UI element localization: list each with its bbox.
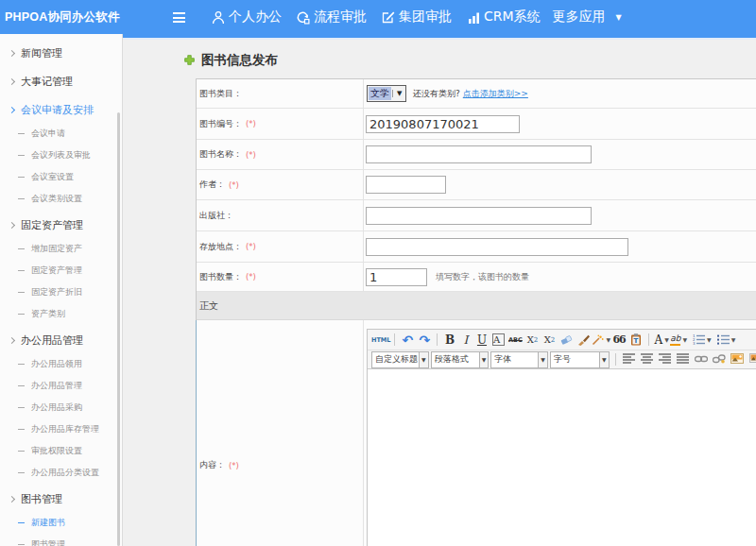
- book-name-input[interactable]: [366, 145, 592, 163]
- form-row-code: 图书编号：(*): [197, 109, 756, 140]
- superscript-button[interactable]: X2: [524, 332, 541, 349]
- caret-down-icon: ▼: [682, 336, 687, 343]
- bg-color-button[interactable]: ab▼: [670, 332, 687, 349]
- sidebar-group-office-supplies[interactable]: 办公用品管理: [0, 327, 122, 353]
- sidebar-group-fixed-assets[interactable]: 固定资产管理: [0, 212, 122, 238]
- sidebar-item-meeting-list[interactable]: 会议列表及审批: [0, 145, 122, 166]
- insert-image-icon[interactable]: [730, 353, 744, 366]
- editor-toolbar-row2: 自定义标题▼ 段落格式▼ 字体▼ 字号▼: [368, 350, 756, 369]
- ordered-list-button[interactable]: 123 ▼: [693, 332, 712, 349]
- row-label: 存放地点：(*): [197, 231, 364, 262]
- toolbar-separator: [615, 353, 616, 366]
- editor-content-area[interactable]: [368, 369, 756, 546]
- select-caret-icon: ▼: [392, 90, 405, 97]
- sidebar-item-label: 新建图书: [31, 517, 65, 529]
- chevron-right-icon: [9, 49, 15, 56]
- sidebar-item-new-book[interactable]: 新建图书: [0, 512, 122, 534]
- caret-down-icon: ▼: [538, 352, 547, 367]
- align-justify-icon[interactable]: [677, 353, 689, 366]
- paragraph-format-dropdown[interactable]: 段落格式▼: [431, 351, 490, 368]
- user-icon: [212, 10, 225, 25]
- form-row-quantity: 图书数量：(*) 填写数字，该图书的数量: [197, 263, 756, 292]
- sidebar-item-supplies-manage[interactable]: 办公用品管理: [0, 375, 122, 397]
- row-label: 出版社：: [197, 200, 364, 230]
- nav-personal-office[interactable]: 个人办公: [212, 0, 282, 34]
- sidebar-item-meeting-apply[interactable]: 会议申请: [0, 123, 122, 145]
- nav-more-apps[interactable]: 更多应用 ▼: [553, 0, 622, 34]
- unordered-list-button[interactable]: ▼: [717, 332, 736, 349]
- chevron-right-icon: [9, 106, 15, 112]
- sidebar-item-supplies-claim[interactable]: 办公用品领用: [0, 353, 122, 375]
- category-select[interactable]: 文学 ▼: [367, 85, 406, 102]
- dash-icon: [18, 451, 25, 452]
- undo-button[interactable]: ↶: [399, 332, 416, 349]
- svg-text:3: 3: [693, 341, 696, 345]
- unlink-icon[interactable]: [713, 354, 726, 366]
- italic-button[interactable]: I: [457, 332, 473, 349]
- sidebar-item-book-manage[interactable]: 图书管理: [0, 534, 122, 546]
- sidebar: 新闻管理 大事记管理 会议申请及安排 会议申请 会议列表及审批 会议室设置 会议…: [0, 34, 123, 546]
- insert-link-icon[interactable]: [695, 355, 708, 365]
- chevron-right-icon: [9, 336, 15, 343]
- font-color-button[interactable]: A▼: [653, 332, 670, 349]
- auto-typeset-icon[interactable]: ▼: [592, 332, 610, 349]
- svg-text:T: T: [634, 337, 639, 345]
- nav-label: 流程审批: [314, 9, 367, 26]
- required-mark: (*): [246, 242, 256, 251]
- menu-icon[interactable]: [173, 12, 185, 26]
- sidebar-group-news[interactable]: 新闻管理: [0, 40, 122, 66]
- author-input[interactable]: [366, 176, 446, 194]
- quantity-input[interactable]: [366, 268, 427, 286]
- app-logo: PHPOA协同办公软件: [5, 0, 120, 34]
- format-brush-icon[interactable]: [575, 332, 592, 349]
- book-code-input[interactable]: [366, 115, 520, 133]
- toolbar-separator: [437, 333, 438, 346]
- nav-group-approval[interactable]: 集团审批: [382, 0, 452, 34]
- publisher-input[interactable]: [366, 207, 592, 225]
- dash-icon: [18, 155, 25, 156]
- page-title-row: 图书信息发布: [184, 53, 278, 67]
- bold-button[interactable]: B: [441, 332, 457, 349]
- nav-label: 更多应用: [553, 9, 606, 26]
- sidebar-item-supplies-purchase[interactable]: 办公用品采购: [0, 397, 122, 418]
- sidebar-group-memorabilia[interactable]: 大事记管理: [0, 68, 122, 94]
- sidebar-item-meeting-room[interactable]: 会议室设置: [0, 166, 122, 188]
- custom-title-dropdown[interactable]: 自定义标题▼: [371, 351, 429, 368]
- sidebar-item-add-asset[interactable]: 增加固定资产: [0, 238, 122, 260]
- row-value: [364, 145, 756, 163]
- redo-button[interactable]: ↷: [416, 332, 433, 349]
- sidebar-scrollbar[interactable]: [117, 112, 120, 546]
- sidebar-group-meeting[interactable]: 会议申请及安排: [0, 96, 122, 123]
- nav-process-approval[interactable]: 流程审批: [296, 0, 367, 34]
- sidebar-item-asset-category[interactable]: 资产类别: [0, 303, 122, 325]
- sidebar-item-label: 会议列表及审批: [31, 149, 91, 162]
- nav-label: 集团审批: [399, 9, 452, 26]
- sidebar-item-approval-permission[interactable]: 审批权限设置: [0, 440, 122, 462]
- sidebar-group-books[interactable]: 图书管理: [0, 486, 122, 512]
- paste-text-icon[interactable]: T: [627, 332, 644, 349]
- sidebar-item-meeting-category[interactable]: 会议类别设置: [0, 188, 122, 210]
- sidebar-item-supplies-stock[interactable]: 办公用品库存管理: [0, 418, 122, 440]
- sidebar-item-supplies-category[interactable]: 办公用品分类设置: [0, 462, 122, 484]
- subscript-button[interactable]: X2: [541, 332, 558, 349]
- add-category-link[interactable]: 点击添加类别>>: [463, 88, 528, 100]
- sidebar-item-asset-depreciation[interactable]: 固定资产折旧: [0, 282, 122, 303]
- row-value: [364, 238, 756, 256]
- sidebar-item-asset-manage[interactable]: 固定资产管理: [0, 260, 122, 282]
- underline-button[interactable]: U: [473, 332, 490, 349]
- location-input[interactable]: [366, 238, 628, 256]
- align-center-icon[interactable]: [641, 353, 653, 366]
- eraser-icon[interactable]: [558, 332, 575, 349]
- sidebar-item-label: 办公用品分类设置: [31, 467, 99, 479]
- blockquote-button[interactable]: 66: [610, 332, 627, 349]
- chevron-right-icon: [9, 221, 15, 228]
- align-left-icon[interactable]: [623, 353, 635, 366]
- font-size-dropdown[interactable]: 字号▼: [550, 351, 610, 368]
- font-dialog-button[interactable]: A: [492, 333, 505, 346]
- insert-album-icon[interactable]: [748, 353, 756, 367]
- nav-crm-system[interactable]: CRM系统: [468, 0, 541, 34]
- strikethrough-button[interactable]: ABC: [507, 332, 524, 349]
- align-right-icon[interactable]: [659, 353, 671, 366]
- font-family-dropdown[interactable]: 字体▼: [490, 351, 548, 368]
- source-code-button[interactable]: HTML: [371, 332, 390, 349]
